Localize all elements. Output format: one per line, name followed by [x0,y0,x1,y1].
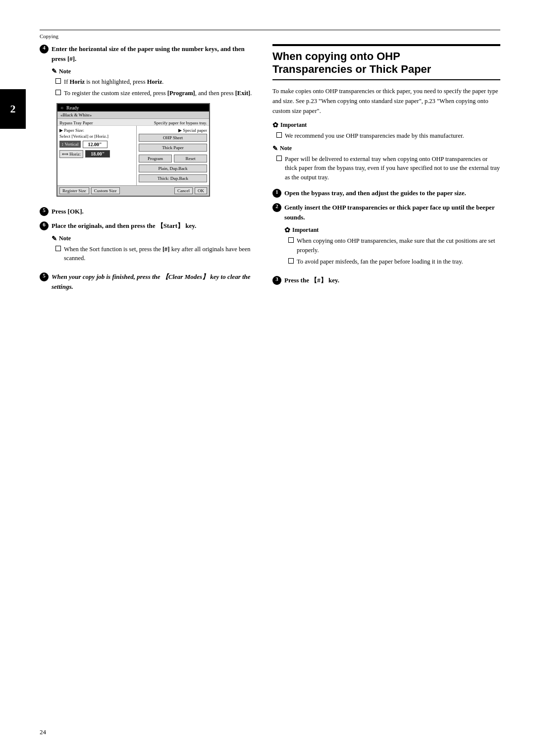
right-step-2-number: 2 [272,203,281,212]
screen-title-icon: ○ [60,105,63,110]
screen-left-panel: ▶ Paper Size: Select [Vertical] or [Hori… [57,126,137,185]
important-2-item-2-text: To avoid paper misfeeds, fan the paper b… [297,257,463,267]
screen-btn-reset[interactable]: Reset [174,155,207,162]
important-icon-1: ✿ [272,121,278,129]
screen-select-row: Select [Vertical] or [Horiz.] [59,134,134,139]
checkbox-1 [55,78,61,84]
page: 2 Copying 4 Enter the horizontal size of… [0,0,535,756]
note-1-item-2-text: To register the custom size entered, pre… [64,89,252,98]
screen-btn-ok[interactable]: OK [195,187,207,194]
important-1: ✿ Important We recommend you use OHP tra… [272,121,500,141]
screen-btn-program[interactable]: Program [139,155,172,162]
screen-horiz-row: ⟺ Horiz: 18.00" [59,150,134,158]
screen-vertical-value: 12.00" [83,141,107,148]
note-1-item-2: To register the custom size entered, pre… [52,89,253,98]
step-4-content: Enter the horizontal size of the paper u… [52,44,253,202]
right-step-1-content: Open the bypass tray, and then adjust th… [284,188,500,198]
screen-vertical-row: ↕ Vertical 12.00" [59,141,134,148]
note-2-item-1-text: When the Sort function is set, press the… [64,245,253,264]
screen-btn-ohp[interactable]: OHP Sheet [139,134,207,142]
screen-btn-cancel[interactable]: Cancel [174,187,193,194]
right-step-1-number: 1 [272,189,281,198]
screen-bottom-bar: Register Size Custom Size Cancel OK [57,185,209,196]
chapter-bar: 2 [0,89,26,129]
important-2-title: ✿ Important [284,226,500,234]
step-7: 5 When your copy job is finished, press … [40,272,253,291]
screen-spacer [122,187,172,194]
section-title: When copying onto OHP Transparencies or … [272,50,500,76]
screen-horiz-btn[interactable]: ⟺ Horiz: [59,150,83,158]
note-3-item-1-text: Paper will be delivered to external tray… [285,155,500,182]
machine-screen: ○ Ready «Black & White» Bypass Tray Pape… [56,103,210,197]
main-content: 4 Enter the horizontal size of the paper… [40,44,500,296]
note-1-item-1: If Horiz is not highlighted, press Horiz… [52,77,253,87]
right-step-1: 1 Open the bypass tray, and then adjust … [272,188,500,198]
screen-header-row: Bypass Tray Paper Specify paper for bypa… [57,119,209,126]
right-step-2: 2 Gently insert the OHP transparencies o… [272,203,500,270]
screen-right-btns-bottom: Plain, Dup.Back Thick: Dup.Back [139,164,207,183]
note-2-title: ✎ Note [52,235,253,243]
important-2-item-1: When copying onto OHP transparencies, ma… [284,236,500,255]
right-step-3-number: 3 [272,276,281,285]
screen-btn-thick-dup[interactable]: Thick: Dup.Back [139,174,207,182]
screen-btn-register[interactable]: Register Size [59,187,89,194]
page-number: 24 [40,728,46,736]
step-5-text: Press [OK]. [52,207,253,216]
screen-right-panel: ▶ Special paper OHP Sheet Thick Paper Pr… [137,126,209,185]
step-5-number: 5 [40,207,49,216]
right-step-3: 3 Press the 【#】 key. [272,275,500,285]
note-3-title: ✎ Note [272,145,500,153]
note-1-title: ✎ Note [52,67,253,75]
step-5: 5 Press [OK]. [40,207,253,216]
checkbox-2 [55,90,61,95]
important-1-item-1-text: We recommend you use OHP transparencies … [285,131,464,141]
checkbox-4 [276,132,282,138]
screen-program-reset-row: Program Reset [139,155,207,163]
note-2: ✎ Note When the Sort function is set, pr… [52,235,253,264]
note-3: ✎ Note Paper will be delivered to extern… [272,145,500,182]
note-2-item-1: When the Sort function is set, press the… [52,245,253,264]
screen-special-paper: ▶ Special paper [139,128,207,133]
section-heading: When copying onto OHP Transparencies or … [272,44,500,80]
screen-vertical-btn[interactable]: ↕ Vertical [59,141,81,148]
step-6: 6 Place the originals, and then press th… [40,221,253,267]
step-6-text: Place the originals, and then press the … [52,221,253,231]
screen-title-bar: ○ Ready [57,104,209,111]
left-column: 4 Enter the horizontal size of the paper… [40,44,253,296]
screen-body: ▶ Paper Size: Select [Vertical] or [Hori… [57,126,209,185]
note-1: ✎ Note If Horiz is not highlighted, pres… [52,67,253,98]
breadcrumb: Copying [40,33,500,39]
screen-horiz-value: 18.00" [85,150,110,158]
screen-right-btns-top: OHP Sheet Thick Paper [139,134,207,153]
top-rule [40,30,500,30]
step-4-text: Enter the horizontal size of the paper u… [52,44,253,63]
screen-btn-plain[interactable]: Plain, Dup.Back [139,164,207,172]
important-2-item-1-text: When copying onto OHP transparencies, ma… [297,236,500,255]
chapter-number: 2 [10,103,16,115]
screen-bypass-right: Specify paper for bypass tray. [154,120,207,125]
screen-bypass-label: Bypass Tray Paper [59,120,93,125]
step-7-content: When your copy job is finished, press th… [52,272,253,291]
step-4-number: 4 [40,45,49,54]
right-column: When copying onto OHP Transparencies or … [272,44,500,296]
checkbox-5 [276,156,282,161]
step-6-number: 6 [40,221,49,230]
note-3-item-1: Paper will be delivered to external tray… [272,155,500,182]
screen-paper-size-row: ▶ Paper Size: [59,128,134,133]
note-icon-1: ✎ [52,67,57,75]
checkbox-7 [288,258,294,264]
screen-btn-custom[interactable]: Custom Size [91,187,120,194]
important-1-title: ✿ Important [272,121,500,129]
screen-btn-thick[interactable]: Thick Paper [139,144,207,152]
note-icon-2: ✎ [52,235,57,243]
important-icon-2: ✿ [284,226,290,234]
step-5-content: Press [OK]. [52,207,253,216]
step-4-bold: Enter the horizontal size of the paper u… [52,45,245,62]
screen-subtitle: «Black & White» [57,111,209,119]
note-icon-3: ✎ [272,145,278,153]
checkbox-6 [288,237,294,243]
right-step-2-text: Gently insert the OHP transparencies or … [284,203,500,222]
step-7-text: When your copy job is finished, press th… [52,272,253,291]
note-1-item-1-text: If Horiz is not highlighted, press Horiz… [64,77,163,87]
step-7-number: 5 [40,272,49,281]
